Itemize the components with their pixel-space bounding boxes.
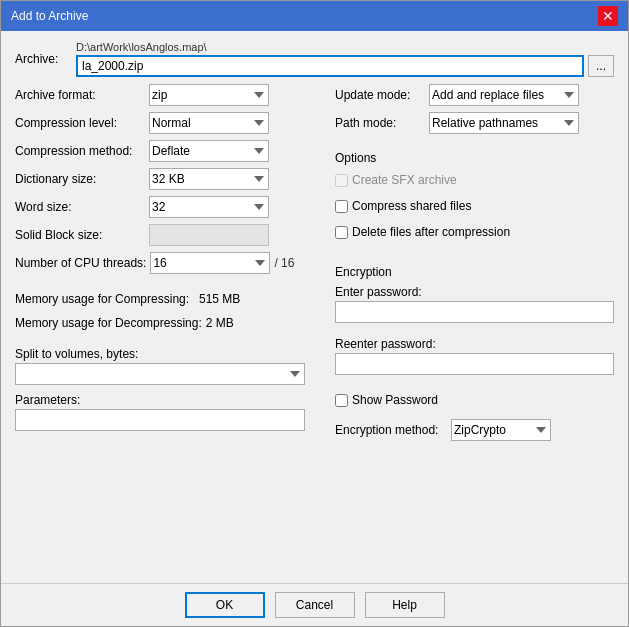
left-panel: Archive format: zip 7z tar Compression l… [15,83,325,573]
encryption-method-select[interactable]: ZipCrypto AES-256 [451,419,551,441]
cpu-threads-label: Number of CPU threads: [15,256,146,270]
mem-compress-label: Memory usage for Compressing: [15,292,195,306]
compression-level-label: Compression level: [15,116,145,130]
enter-password-label: Enter password: [335,285,614,299]
help-button[interactable]: Help [365,592,445,618]
update-mode-select-container: Add and replace files Update and add fil… [429,84,579,106]
mem-compress-row: Memory usage for Compressing: 515 MB [15,289,325,309]
compress-shared-row: Compress shared files [335,195,614,217]
compress-shared-label: Compress shared files [352,199,471,213]
compression-method-label: Compression method: [15,144,145,158]
path-mode-select[interactable]: Relative pathnames Full pathnames Absolu… [429,112,579,134]
dictionary-size-select-container: 32 KB 64 KB 128 KB [149,168,269,190]
delete-after-row: Delete files after compression [335,221,614,243]
dialog-title: Add to Archive [11,9,88,23]
dialog-footer: OK Cancel Help [1,583,628,626]
split-volumes-label: Split to volumes, bytes: [15,347,325,361]
parameters-input[interactable] [15,409,305,431]
word-size-row: Word size: 32 8 16 64 [15,195,325,219]
archive-format-select-container: zip 7z tar [149,84,269,106]
dictionary-size-row: Dictionary size: 32 KB 64 KB 128 KB [15,167,325,191]
delete-after-label: Delete files after compression [352,225,510,239]
mem-compress-value: 515 MB [199,292,240,306]
right-panel: Update mode: Add and replace files Updat… [335,83,614,573]
word-size-label: Word size: [15,200,145,214]
cancel-button[interactable]: Cancel [275,592,355,618]
word-size-select[interactable]: 32 8 16 64 [149,196,269,218]
mem-decompress-row: Memory usage for Decompressing: 2 MB [15,313,325,333]
path-mode-select-container: Relative pathnames Full pathnames Absolu… [429,112,579,134]
word-size-select-container: 32 8 16 64 [149,196,269,218]
mem-decompress-value: 2 MB [206,316,234,330]
add-to-archive-dialog: Add to Archive ✕ Archive: D:\artWork\los… [0,0,629,627]
enter-password-input[interactable] [335,301,614,323]
title-bar: Add to Archive ✕ [1,1,628,31]
cpu-threads-row: Number of CPU threads: 16 1 2 4 8 / 16 [15,251,325,275]
archive-directory: D:\artWork\losAnglos.map\ [76,41,614,53]
reenter-password-input[interactable] [335,353,614,375]
archive-format-row: Archive format: zip 7z tar [15,83,325,107]
archive-row: Archive: D:\artWork\losAnglos.map\ ... [15,41,614,77]
compression-level-select-container: Normal Store Fastest Fast Maximum Ultra [149,112,269,134]
parameters-label: Parameters: [15,393,325,407]
mem-decompress-label: Memory usage for Decompressing: [15,316,202,330]
create-sfx-label: Create SFX archive [352,173,457,187]
split-volumes-select-container [15,363,325,385]
archive-filename-input[interactable] [76,55,584,77]
dictionary-size-label: Dictionary size: [15,172,145,186]
compression-method-select[interactable]: Deflate LZMA PPMd [149,140,269,162]
cpu-threads-max: / 16 [274,256,294,270]
main-panels: Archive format: zip 7z tar Compression l… [15,83,614,573]
archive-path-container: D:\artWork\losAnglos.map\ ... [76,41,614,77]
close-button[interactable]: ✕ [598,6,618,26]
solid-block-select[interactable] [149,224,269,246]
archive-format-label: Archive format: [15,88,145,102]
encryption-method-label: Encryption method: [335,423,445,437]
cpu-threads-select-container: 16 1 2 4 8 [150,252,270,274]
archive-input-row: ... [76,55,614,77]
compression-level-select[interactable]: Normal Store Fastest Fast Maximum Ultra [149,112,269,134]
update-mode-row: Update mode: Add and replace files Updat… [335,83,614,107]
reenter-password-label: Reenter password: [335,337,614,351]
show-password-label: Show Password [352,393,438,407]
show-password-checkbox[interactable] [335,394,348,407]
solid-block-select-container [149,224,269,246]
path-mode-row: Path mode: Relative pathnames Full pathn… [335,111,614,135]
compression-level-row: Compression level: Normal Store Fastest … [15,111,325,135]
archive-format-select[interactable]: zip 7z tar [149,84,269,106]
split-volumes-select[interactable] [15,363,305,385]
parameters-section: Parameters: [15,389,325,431]
browse-button[interactable]: ... [588,55,614,77]
options-section-label: Options [335,151,614,165]
ok-button[interactable]: OK [185,592,265,618]
encryption-section-label: Encryption [335,265,614,279]
enter-password-section: Enter password: [335,285,614,323]
solid-block-label: Solid Block size: [15,228,145,242]
path-mode-label: Path mode: [335,116,425,130]
split-volumes-section: Split to volumes, bytes: [15,347,325,385]
encryption-method-select-container: ZipCrypto AES-256 [451,419,551,441]
reenter-password-section: Reenter password: [335,337,614,375]
dialog-content: Archive: D:\artWork\losAnglos.map\ ... A… [1,31,628,583]
solid-block-row: Solid Block size: [15,223,325,247]
create-sfx-checkbox[interactable] [335,174,348,187]
compress-shared-checkbox[interactable] [335,200,348,213]
show-password-row: Show Password [335,389,614,411]
encryption-method-row: Encryption method: ZipCrypto AES-256 [335,419,614,441]
delete-after-checkbox[interactable] [335,226,348,239]
cpu-threads-select[interactable]: 16 1 2 4 8 [150,252,270,274]
dictionary-size-select[interactable]: 32 KB 64 KB 128 KB [149,168,269,190]
update-mode-label: Update mode: [335,88,425,102]
archive-label: Archive: [15,52,70,66]
compression-method-row: Compression method: Deflate LZMA PPMd [15,139,325,163]
create-sfx-row: Create SFX archive [335,169,614,191]
update-mode-select[interactable]: Add and replace files Update and add fil… [429,84,579,106]
compression-method-select-container: Deflate LZMA PPMd [149,140,269,162]
